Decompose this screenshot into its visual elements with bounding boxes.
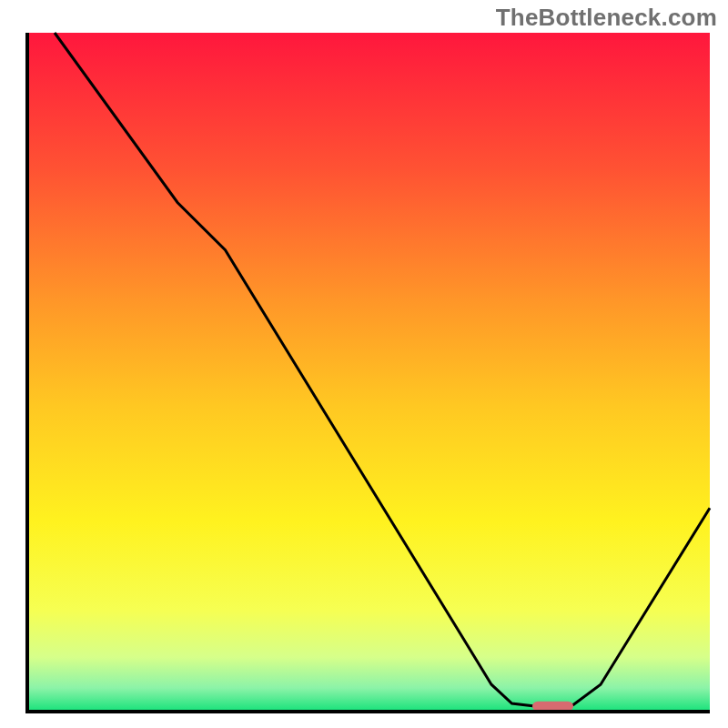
chart-canvas: TheBottleneck.com (0, 0, 728, 728)
optimum-marker (532, 702, 573, 711)
chart-svg (0, 0, 728, 728)
